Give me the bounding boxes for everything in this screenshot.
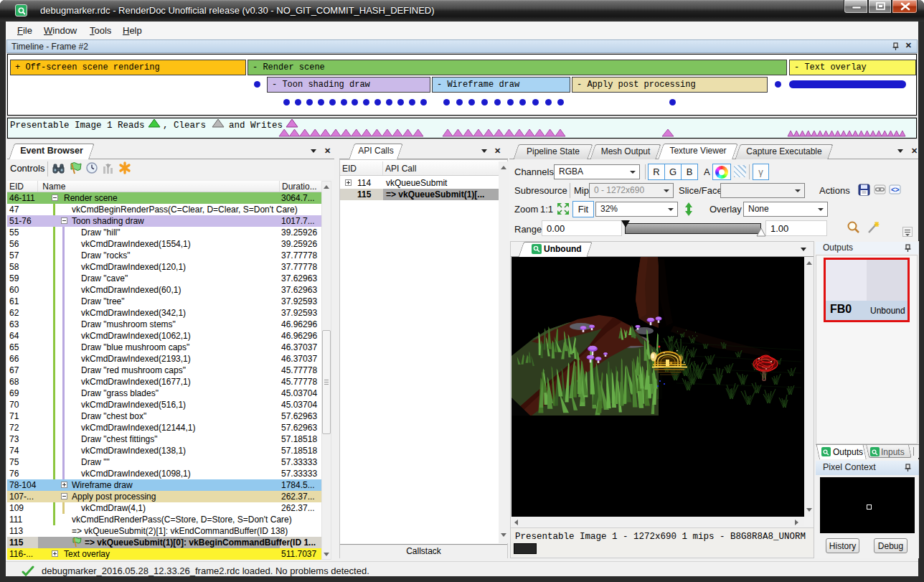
svg-text:<>: <> [891,186,900,194]
svg-text:, Clears: , Clears [163,121,206,131]
svg-text:Presentable Image 1 Reads: Presentable Image 1 Reads [10,121,145,131]
svg-text:and Writes: and Writes [229,121,283,131]
